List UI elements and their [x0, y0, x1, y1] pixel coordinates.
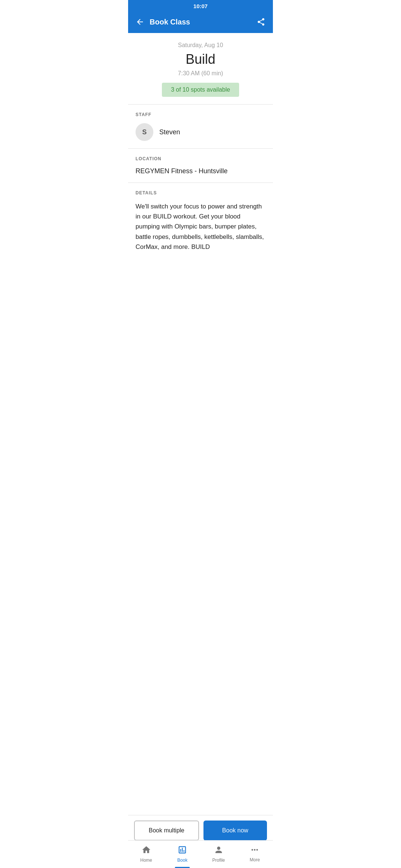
staff-avatar: S	[136, 123, 153, 141]
location-section: LOCATION REGYMEN Fitness - Huntsville	[128, 149, 273, 183]
main-content: Saturday, Aug 10 Build 7:30 AM (60 min) …	[128, 33, 273, 307]
staff-item: S Steven	[136, 123, 265, 141]
app-bar-title: Book Class	[150, 18, 190, 26]
status-bar: 10:07	[128, 0, 273, 11]
share-icon	[257, 17, 265, 26]
staff-section: STAFF S Steven	[128, 105, 273, 149]
app-bar-left: Book Class	[134, 16, 190, 28]
details-text: We'll switch your focus to power and str…	[136, 201, 265, 252]
staff-section-label: STAFF	[136, 112, 265, 117]
staff-name: Steven	[159, 128, 180, 136]
back-button[interactable]	[134, 16, 146, 28]
details-section: DETAILS We'll switch your focus to power…	[128, 183, 273, 252]
location-name: REGYMEN Fitness - Huntsville	[136, 167, 265, 175]
status-time: 10:07	[193, 3, 208, 9]
app-bar: Book Class	[128, 11, 273, 33]
spots-available-badge: 3 of 10 spots available	[162, 83, 239, 97]
share-button[interactable]	[255, 16, 267, 28]
class-name: Build	[136, 52, 265, 67]
back-icon	[136, 17, 144, 26]
location-section-label: LOCATION	[136, 156, 265, 161]
class-time: 7:30 AM (60 min)	[136, 70, 265, 77]
details-section-label: DETAILS	[136, 190, 265, 195]
class-header: Saturday, Aug 10 Build 7:30 AM (60 min) …	[128, 33, 273, 105]
class-date: Saturday, Aug 10	[136, 42, 265, 49]
